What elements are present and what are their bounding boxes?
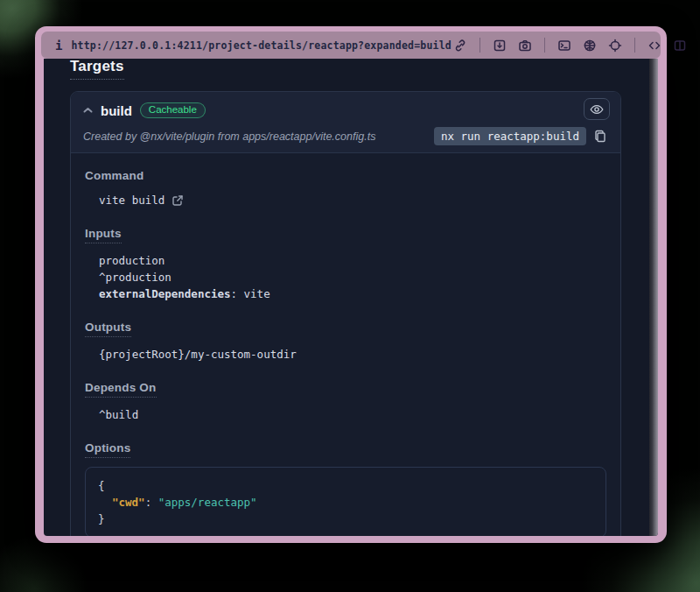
target-card-build: build Cacheable Created by @nx/vite/plug…: [70, 91, 621, 536]
cacheable-badge: Cacheable: [140, 102, 206, 119]
inputs-heading[interactable]: Inputs: [85, 227, 122, 243]
created-by-text: Created by @nx/vite/plugin from apps/rea…: [83, 130, 375, 143]
camera-icon[interactable]: [516, 37, 534, 54]
input-item: ^production: [99, 269, 606, 285]
panel-split-icon[interactable]: [671, 37, 689, 54]
json-key: "cwd": [112, 496, 145, 509]
options-heading[interactable]: Options: [85, 441, 130, 458]
inputs-section: Inputs production ^production externalDe…: [85, 225, 606, 302]
url-text[interactable]: http://127.0.0.1:4211/project-details/re…: [71, 39, 452, 52]
copy-icon[interactable]: [594, 130, 606, 143]
toolbar-separator: [544, 38, 545, 53]
build-card-header[interactable]: build Cacheable Created by @nx/vite/plug…: [71, 92, 620, 152]
output-item: {projectRoot}/my-custom-outdir: [99, 346, 606, 363]
json-value: "apps/reactapp": [158, 496, 257, 509]
page-viewport: Targets build Cacheable C: [44, 59, 658, 536]
toolbar-actions: [452, 37, 689, 54]
link-icon[interactable]: [452, 37, 469, 54]
outputs-section: Outputs {projectRoot}/my-custom-outdir: [85, 319, 606, 363]
eye-icon: [590, 103, 604, 116]
build-card-body: Command vite build Inputs: [71, 152, 620, 536]
build-header-subrow: Created by @nx/vite/plugin from apps/rea…: [83, 127, 608, 145]
crosshair-icon[interactable]: [606, 37, 624, 54]
code-line: "cwd": "apps/reactapp": [98, 494, 593, 511]
command-heading: Command: [85, 169, 144, 182]
depends-on-heading[interactable]: Depends On: [85, 381, 157, 398]
scrollbar[interactable]: [649, 59, 658, 536]
code-line: {: [98, 477, 593, 494]
options-section: Options { "cwd": "apps/reactapp" }: [85, 440, 606, 536]
globe-icon[interactable]: [581, 37, 598, 54]
command-section: Command vite build: [85, 167, 606, 208]
browser-toolbar: i http://127.0.0.1:4211/project-details/…: [41, 32, 661, 59]
build-header-row: build Cacheable: [83, 100, 608, 121]
input-dep-value: : vite: [231, 287, 270, 300]
download-icon[interactable]: [491, 37, 508, 54]
info-icon: i: [55, 39, 62, 53]
browser-window: i http://127.0.0.1:4211/project-details/…: [35, 26, 667, 543]
code-line: }: [98, 511, 593, 527]
page-title: Targets: [70, 59, 124, 80]
view-graph-button[interactable]: [584, 98, 610, 120]
outputs-heading[interactable]: Outputs: [85, 321, 131, 337]
project-details-content: Targets build Cacheable C: [70, 59, 621, 536]
target-name: build: [101, 103, 132, 118]
external-link-icon[interactable]: [172, 194, 184, 207]
depends-on-section: Depends On ^build: [85, 379, 606, 423]
input-item: production: [99, 252, 606, 269]
json-colon: :: [145, 496, 158, 509]
depends-on-item: ^build: [99, 406, 606, 423]
chevron-up-icon[interactable]: [83, 107, 93, 114]
command-value: vite build: [99, 192, 164, 208]
run-command-chip[interactable]: nx run reactapp:build: [434, 127, 586, 145]
toolbar-separator: [480, 38, 480, 53]
input-item: externalDependencies: vite: [99, 285, 606, 302]
toolbar-separator: [634, 38, 635, 53]
code-icon[interactable]: [646, 37, 663, 54]
terminal-icon[interactable]: [556, 37, 573, 54]
input-dep-key: externalDependencies: [99, 287, 231, 300]
options-code-block: { "cwd": "apps/reactapp" }: [85, 467, 606, 536]
